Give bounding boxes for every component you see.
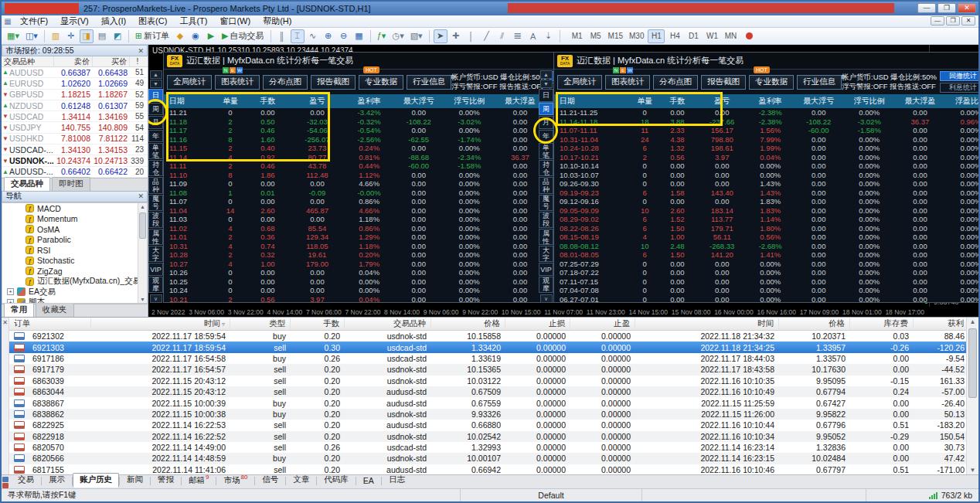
side-tab-观摩[interactable]: 观摩 xyxy=(539,277,553,293)
navigator-group[interactable]: +EA交易 xyxy=(2,287,147,297)
navigator-toggle-icon[interactable]: ◨ xyxy=(80,29,94,43)
orders-column-header[interactable]: 价格 xyxy=(779,318,850,329)
data-window-icon[interactable]: ✛ xyxy=(64,29,78,43)
period-h4[interactable]: H4 xyxy=(666,29,683,43)
stats-nav-button[interactable]: 报告截图 xyxy=(311,75,356,90)
stats-nav-button[interactable]: 行业信息 xyxy=(797,75,842,90)
navigator-tab-收藏夹[interactable]: 收藏夹 xyxy=(36,303,74,317)
stats-column-header[interactable]: 盈利率 xyxy=(345,96,393,107)
orders-column-header[interactable]: 类型 xyxy=(230,318,291,329)
side-tab-品种[interactable]: 品种 xyxy=(148,177,163,193)
side-tab-周[interactable]: 周 xyxy=(148,103,163,116)
stats-nav-button[interactable]: 报告截图 xyxy=(701,75,746,90)
mdi-minimize-button[interactable]: — xyxy=(931,16,944,25)
navigator-item[interactable]: ƒZigZag xyxy=(2,266,147,277)
stats-row[interactable]: 10.03-10.0700.000.000.00%0.000.00%0.000.… xyxy=(554,171,978,180)
side-tab-月[interactable]: 月 xyxy=(148,116,163,129)
stats-column-header[interactable]: 单量 xyxy=(215,96,247,107)
side-tab-波段[interactable]: 波段 xyxy=(148,212,163,228)
order-row[interactable]: 69171792022.11.17 16:54:57sell0.20usdnok… xyxy=(9,364,966,375)
stats-mode-button[interactable]: 回撤统计 xyxy=(940,71,978,81)
auto-trading-button[interactable]: ▶自动交易 xyxy=(219,29,266,43)
tabs-scroll-up-button[interactable]: ▲ xyxy=(540,70,553,79)
market-watch-row[interactable]: ▲AUDUSD-...0.664020.6642220 xyxy=(2,167,148,178)
orders-column-header[interactable]: 订单 xyxy=(9,318,91,329)
terminal-toggle-icon[interactable]: ▤ xyxy=(95,29,109,43)
orders-column-header[interactable]: 获利 xyxy=(914,318,966,329)
orders-column-header[interactable]: 交易品种 xyxy=(345,318,431,329)
menu-item[interactable]: 窗口(W) xyxy=(213,15,257,28)
navigator-item[interactable]: ƒOsMA xyxy=(2,224,147,235)
tabs-scroll-up-button[interactable]: ▲ xyxy=(150,70,162,79)
side-tab-持仓[interactable]: 持仓 xyxy=(539,160,553,176)
navigator-item[interactable]: ƒ迈汇数据(MyfxData.cn)_交易盈 xyxy=(2,276,147,287)
tabs-scroll-down-button[interactable]: ▼ xyxy=(540,80,553,88)
stats-row[interactable]: 09.19-09.2361.58143.401.43%0.000.00%0.00… xyxy=(554,189,978,198)
notification-dot-icon[interactable] xyxy=(746,32,753,39)
side-tab-单笔[interactable]: 单笔 xyxy=(148,143,163,159)
stats-column-header[interactable]: 盈亏 xyxy=(290,96,345,107)
mdi-restore-button[interactable]: ❐ xyxy=(946,16,960,25)
side-tab-魔号[interactable]: 魔号 xyxy=(539,195,553,211)
stats-column-header[interactable]: 最大浮盈 xyxy=(495,96,546,107)
mdi-close-button[interactable]: ✕ xyxy=(961,16,975,25)
order-row[interactable]: 68229182022.11.14 16:22:52sell0.20usdnok… xyxy=(9,431,966,442)
side-tab-月[interactable]: 月 xyxy=(539,116,553,129)
side-tab-日[interactable]: 日 xyxy=(148,89,163,102)
fibonacci-tool-icon[interactable]: 𝌆 xyxy=(511,29,525,43)
terminal-tab-文章[interactable]: 文章 xyxy=(286,473,316,488)
period-w1[interactable]: W1 xyxy=(703,29,720,43)
navigator-item[interactable]: ƒRSI xyxy=(2,245,147,256)
stats-column-header[interactable]: 日期 xyxy=(554,96,631,107)
stats-row[interactable]: 10.24-10.2861.32198.611.99%0.000.00%0.00… xyxy=(554,144,978,153)
stats-column-header[interactable]: 浮亏比例 xyxy=(844,96,895,107)
stats-column-header[interactable]: 手数 xyxy=(246,96,289,107)
orders-scrollbar[interactable]: ▲▼ xyxy=(966,318,978,474)
side-tab-品种[interactable]: 品种 xyxy=(539,177,553,193)
new-chart-button[interactable]: ▦▾ xyxy=(5,29,22,43)
order-row[interactable]: 68229252022.11.14 16:22:53sell0.20audusd… xyxy=(9,420,966,430)
stats-row[interactable]: 09.26-09.3000.000.001.43%0.000.00%0.000.… xyxy=(554,179,978,189)
crosshair-tool-icon[interactable]: ✚ xyxy=(449,29,463,43)
text-tool-icon[interactable]: A xyxy=(526,29,540,43)
title-bar[interactable]: 257: ProsperoMarkets-Live - Prospero Mar… xyxy=(2,2,978,15)
tile-windows-icon[interactable]: ▦ xyxy=(352,29,366,43)
stats-nav-button[interactable]: 行业信息 xyxy=(407,75,451,90)
market-watch-row[interactable]: ▼USDNOK-...10.2437410.24713339 xyxy=(2,155,148,166)
stats-row[interactable]: 10.17-10.2120.563.970.04%0.000.00%0.000.… xyxy=(554,153,978,162)
stats-nav-button[interactable]: 专业数据 xyxy=(359,75,403,90)
menu-item[interactable]: 图表(C) xyxy=(132,15,173,28)
channel-tool-icon[interactable]: ⫽ xyxy=(495,29,509,43)
order-row[interactable]: 68205662022.11.14 14:48:59buy0.20usdnok-… xyxy=(9,453,966,464)
side-tab-持仓[interactable]: 持仓 xyxy=(148,160,163,176)
terminal-tab-新闻[interactable]: 新闻 xyxy=(120,473,150,488)
timeframes-button[interactable]: ◷▾ xyxy=(390,29,407,43)
order-row[interactable]: 68388622022.11.15 10:00:38buy0.20usdnok-… xyxy=(9,409,966,420)
market-watch-tab-即时图[interactable]: 即时图 xyxy=(52,177,90,191)
stats-row[interactable]: 09.12-09.1600.000.001.83%0.000.00%0.000.… xyxy=(554,197,978,206)
tabs-more-button[interactable]: ∨ xyxy=(150,294,162,303)
stats-nav-button[interactable]: 全局统计 xyxy=(557,75,602,90)
market-watch-row[interactable]: ▼GBPUSD1.182151.1826752 xyxy=(2,90,148,100)
stats-nav-button[interactable]: 分布点图 xyxy=(653,75,698,90)
stats-row[interactable]: 07.11-07.1500.000.000.00%0.000.00%0.000.… xyxy=(554,277,978,287)
stats-column-header[interactable]: 盈亏 xyxy=(696,96,747,107)
side-tab-日[interactable]: 日 xyxy=(539,89,553,102)
new-order-button[interactable]: ⊞新订单 xyxy=(133,29,172,43)
market-watch-toggle-icon[interactable]: ▥ xyxy=(49,29,63,43)
time-axis[interactable]: 2 Nov 20223 Nov 06:003 Nov 22:004 Nov 14… xyxy=(151,307,924,317)
indicators-button[interactable]: ƒ▾ xyxy=(375,29,389,43)
terminal-tab-EA[interactable]: EA xyxy=(356,474,381,488)
stats-row[interactable]: 11.14-11.18183.88-237.66-2.38%-108.22-3.… xyxy=(554,117,978,127)
market-watch-tab-交易品种[interactable]: 交易品种 xyxy=(4,177,50,191)
side-tab-属性[interactable]: 属性 xyxy=(539,229,553,245)
stats-row[interactable]: 08.29-09.0261.52113.771.14%0.000.00%0.00… xyxy=(554,215,978,224)
terminal-tab-交易[interactable]: 交易 xyxy=(11,473,41,488)
stats-nav-button[interactable]: 图表统计 xyxy=(605,75,650,90)
period-d1[interactable]: D1 xyxy=(685,29,702,43)
side-tab-年[interactable]: 年 xyxy=(539,130,553,143)
autotrade-play-icon[interactable]: ▶ xyxy=(204,29,218,43)
period-h1[interactable]: H1 xyxy=(648,29,665,43)
orders-column-header[interactable]: 库存费 xyxy=(850,318,914,329)
side-tab-大字[interactable]: 大字 xyxy=(539,246,553,262)
